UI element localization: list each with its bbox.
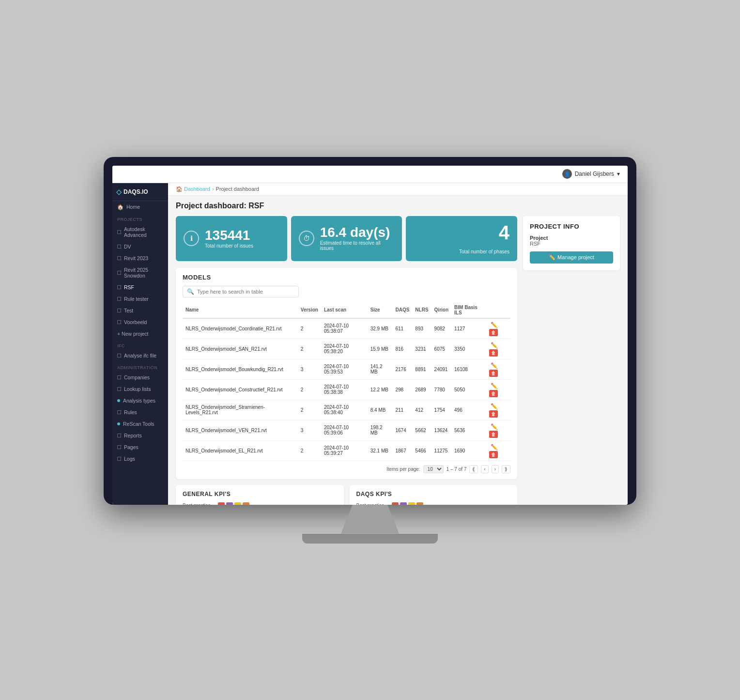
sidebar-label-ruletester: Rule tester bbox=[124, 296, 149, 302]
sidebar-home-label: Home bbox=[126, 204, 140, 210]
sidebar-item-ruletester[interactable]: Rule tester bbox=[112, 293, 168, 305]
sidebar-item-voorbeeld[interactable]: Voorbeeld bbox=[112, 316, 168, 328]
cell-daqs: 1867 bbox=[392, 440, 412, 461]
breadcrumb-home[interactable]: 🏠 Dashboard bbox=[176, 186, 210, 192]
cell-qirion: 1754 bbox=[432, 400, 451, 420]
stat-card-phases: 4 Total number of phases bbox=[406, 216, 517, 261]
sidebar-square-icon bbox=[117, 256, 121, 260]
col-daqs: DAQS bbox=[392, 302, 412, 318]
cell-name: NLRS_Onderwijsmodel_Bouwkundig_R21.rvt bbox=[183, 359, 298, 379]
cell-version: 2 bbox=[298, 318, 321, 339]
monitor-stand-base bbox=[302, 534, 438, 544]
sidebar-square-icon bbox=[117, 297, 121, 301]
cell-edit[interactable]: ✏️ 🗑 bbox=[486, 379, 510, 400]
pagination-first-btn[interactable]: ⟪ bbox=[469, 465, 478, 473]
sidebar-square-icon bbox=[117, 375, 121, 379]
sidebar-label-analysis-types: Analysis types bbox=[123, 398, 155, 404]
stat-issues-content: 135441 Total number of issues bbox=[205, 229, 253, 249]
sidebar-item-lookup[interactable]: Lookup lists bbox=[112, 383, 168, 395]
breadcrumb: 🏠 Dashboard › Project dashboard bbox=[168, 183, 628, 196]
sidebar-item-revit2025[interactable]: Revit 2025 Snowdon bbox=[112, 264, 168, 281]
cell-edit[interactable]: ✏️ 🗑 bbox=[486, 420, 510, 440]
breadcrumb-current: Project dashboard bbox=[216, 186, 259, 192]
kpi-card-general: GENERAL KPI'S Best practicePerformanceSt… bbox=[176, 485, 344, 505]
sidebar-square-icon bbox=[117, 354, 121, 358]
items-per-page-select[interactable]: 10 25 50 bbox=[423, 465, 444, 473]
delete-btn[interactable]: 🗑 bbox=[489, 451, 498, 458]
delete-btn[interactable]: 🗑 bbox=[489, 329, 498, 336]
table-row: NLRS_Onderwijsmodel_SAN_R21.rvt 2 2024-0… bbox=[183, 339, 510, 359]
user-dropdown-icon[interactable]: ▾ bbox=[617, 171, 620, 177]
delete-btn[interactable]: 🗑 bbox=[489, 410, 498, 418]
cell-nlrs: 5466 bbox=[412, 440, 431, 461]
cell-nlrs: 893 bbox=[412, 318, 431, 339]
edit-btn[interactable]: ✏️ bbox=[489, 382, 499, 390]
cell-bim: 1690 bbox=[451, 440, 486, 461]
sidebar-item-pages[interactable]: Pages bbox=[112, 441, 168, 453]
sidebar-label-test: Test bbox=[124, 308, 133, 313]
delete-btn[interactable]: 🗑 bbox=[489, 370, 498, 377]
cell-nlrs: 5662 bbox=[412, 420, 431, 440]
sidebar-section-admin: ADMINISTRATION bbox=[112, 361, 168, 372]
edit-btn[interactable]: ✏️ bbox=[489, 362, 499, 370]
sidebar-item-home[interactable]: 🏠 Home bbox=[112, 201, 168, 213]
cell-size: 15.9 MB bbox=[368, 339, 393, 359]
sidebar-item-logs[interactable]: Logs bbox=[112, 453, 168, 465]
sidebar-item-rules[interactable]: Rules bbox=[112, 406, 168, 418]
cell-qirion: 24091 bbox=[432, 359, 451, 379]
cell-edit[interactable]: ✏️ 🗑 bbox=[486, 359, 510, 379]
sidebar-item-test[interactable]: Test bbox=[112, 305, 168, 316]
sidebar-square-icon bbox=[117, 320, 121, 324]
table-row: NLRS_Onderwijsmodel_EL_R21.rvt 2 2024-07… bbox=[183, 440, 510, 461]
cell-qirion: 11275 bbox=[432, 440, 451, 461]
sidebar-item-revit2023[interactable]: Revit 2023 bbox=[112, 252, 168, 264]
sidebar-item-rsf[interactable]: RSF bbox=[112, 281, 168, 293]
edit-btn[interactable]: ✏️ bbox=[489, 342, 499, 349]
cell-qirion: 9082 bbox=[432, 318, 451, 339]
stat-phases-label: Total number of phases bbox=[459, 249, 509, 254]
col-qirion: Qirion bbox=[432, 302, 451, 318]
manage-project-btn[interactable]: ✏️ Manage project bbox=[530, 251, 613, 264]
sidebar-section-projects: PROJECTS bbox=[112, 213, 168, 223]
cell-last-scan: 2024-07-10 05:38:07 bbox=[321, 318, 368, 339]
sidebar-square-icon bbox=[117, 410, 121, 414]
cell-qirion: 13624 bbox=[432, 420, 451, 440]
cell-edit[interactable]: ✏️ 🗑 bbox=[486, 318, 510, 339]
sidebar-item-analyse-ifc[interactable]: Analyse ifc file bbox=[112, 350, 168, 361]
edit-btn[interactable]: ✏️ bbox=[489, 443, 499, 451]
cell-size: 141.2 MB bbox=[368, 359, 393, 379]
table-row: NLRS_Onderwijsmodel_VEN_R21.rvt 3 2024-0… bbox=[183, 420, 510, 440]
sidebar-item-dv[interactable]: DV bbox=[112, 241, 168, 252]
search-input[interactable] bbox=[197, 289, 294, 295]
sidebar-item-autodesk[interactable]: Autodesk Advanced bbox=[112, 223, 168, 241]
search-icon: 🔍 bbox=[187, 288, 194, 295]
sidebar-label-lookup: Lookup lists bbox=[124, 386, 151, 392]
cell-edit[interactable]: ✏️ 🗑 bbox=[486, 440, 510, 461]
sidebar-item-reports[interactable]: Reports bbox=[112, 430, 168, 441]
sidebar-item-new-project[interactable]: + New project bbox=[112, 328, 168, 340]
sidebar-item-companies[interactable]: Companies bbox=[112, 372, 168, 383]
logo-icon: ◇ bbox=[116, 188, 122, 196]
delete-btn[interactable]: 🗑 bbox=[489, 349, 498, 357]
kpi-squares bbox=[392, 502, 423, 505]
sidebar-item-rescan[interactable]: ReScan Tools bbox=[112, 418, 168, 430]
search-row[interactable]: 🔍 bbox=[183, 286, 299, 297]
user-info[interactable]: 👤 Daniel Gijsbers ▾ bbox=[562, 169, 620, 179]
stat-card-issues: ℹ 135441 Total number of issues bbox=[176, 216, 287, 261]
sidebar-item-analysis-types[interactable]: Analysis types bbox=[112, 395, 168, 406]
pagination-next-btn[interactable]: › bbox=[492, 465, 499, 473]
cell-size: 32.9 MB bbox=[368, 318, 393, 339]
cell-edit[interactable]: ✏️ 🗑 bbox=[486, 339, 510, 359]
cell-edit[interactable]: ✏️ 🗑 bbox=[486, 400, 510, 420]
delete-btn[interactable]: 🗑 bbox=[489, 390, 498, 397]
cell-daqs: 2176 bbox=[392, 359, 412, 379]
cell-bim: 3350 bbox=[451, 339, 486, 359]
pagination-prev-btn[interactable]: ‹ bbox=[481, 465, 488, 473]
edit-btn[interactable]: ✏️ bbox=[489, 321, 499, 329]
delete-btn[interactable]: 🗑 bbox=[489, 431, 498, 438]
cell-qirion: 6075 bbox=[432, 339, 451, 359]
pagination-last-btn[interactable]: ⟫ bbox=[502, 465, 510, 473]
edit-btn[interactable]: ✏️ bbox=[489, 423, 499, 431]
cell-name: NLRS_Onderwijsmodel_SAN_R21.rvt bbox=[183, 339, 298, 359]
edit-btn[interactable]: ✏️ bbox=[489, 403, 499, 410]
